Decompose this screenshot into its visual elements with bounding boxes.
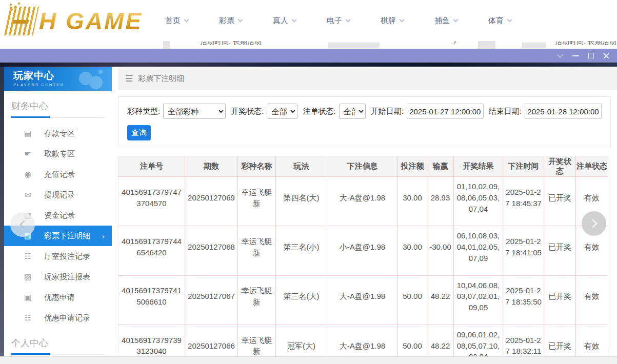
- query-button[interactable]: 查询: [127, 125, 151, 140]
- bet-status-select[interactable]: 全部: [339, 104, 366, 119]
- sidebar-item-hall-bet-records[interactable]: ☷厅室投注记录: [4, 246, 112, 267]
- sidebar-item-label: 充值记录: [44, 170, 75, 179]
- table-header-cell: 投注额: [398, 156, 427, 177]
- chevron-down-icon: [292, 17, 297, 22]
- nav-item-label: 棋牌: [381, 16, 396, 26]
- chevron-down-icon: [453, 17, 459, 22]
- window-left-edge: [0, 67, 4, 356]
- nav-item-slots[interactable]: 电子: [327, 16, 350, 26]
- table-cell: 20250127069: [185, 177, 238, 226]
- lottery-type-select[interactable]: 全部彩种: [163, 104, 226, 119]
- nav-item-live[interactable]: 真人: [273, 16, 296, 26]
- sidebar-section-title: 个人中心: [11, 337, 105, 349]
- minimize-icon: [572, 55, 579, 56]
- table-cell: 幸运飞艇新: [238, 325, 276, 356]
- nav-item-label: 捕鱼: [434, 16, 450, 26]
- draw-status-select[interactable]: 全部: [267, 104, 297, 119]
- end-date-label: 结束日期:: [489, 107, 522, 116]
- table-cell: 06,10,08,03,04,01,02,05,07,09: [454, 226, 503, 275]
- table-cell: 28.93: [427, 177, 454, 226]
- sidebar-item-label: 提现记录: [44, 190, 75, 200]
- sidebar-item-label: 优惠申请: [44, 293, 75, 302]
- nav-item-home[interactable]: 首页: [165, 16, 188, 26]
- sidebar-item-promo-application[interactable]: ▣优惠申请: [4, 287, 112, 308]
- table-cell: 401569173797446546420: [118, 226, 185, 275]
- sidebar-banner: 玩家中心 PLAYERS CENTER: [4, 67, 112, 91]
- sidebar-item-label: 取款专区: [44, 149, 75, 159]
- window-maximize-button[interactable]: [583, 50, 599, 62]
- sidebar-item-promo-application-records[interactable]: ☷优惠申请记录: [4, 308, 112, 328]
- table-cell: 401569173797473704570: [118, 177, 185, 226]
- obscured-widget: [478, 41, 495, 49]
- obscured-widget: [328, 43, 380, 48]
- hand-money-icon: ☛: [23, 149, 33, 158]
- carousel-next-button[interactable]: [582, 211, 606, 236]
- chevron-right-icon: [588, 219, 597, 228]
- table-cell: 48.22: [427, 325, 454, 356]
- draw-status-label: 开奖状态:: [231, 107, 264, 116]
- sidebar-item-withdrawal-records[interactable]: ✉提现记录: [4, 185, 112, 205]
- sidebar-item-recharge-records[interactable]: ◉充值记录: [4, 164, 112, 185]
- bank-card-icon: ▤: [23, 129, 33, 138]
- sidebar-item-player-bet-report[interactable]: ▨玩家投注报表: [4, 267, 112, 287]
- sidebar-item-label: 资金记录: [44, 211, 75, 220]
- chevron-down-icon: [238, 17, 243, 22]
- page-title: 彩票下注明细: [138, 74, 184, 84]
- promo-time-text: 活动时间: 长期活动: [555, 41, 616, 47]
- nav-item-label: 首页: [165, 16, 181, 26]
- table-cell: 2025-01-27 18:41:05: [503, 226, 544, 275]
- nav-item-fishing[interactable]: 捕鱼: [434, 16, 457, 26]
- sidebar-item-withdraw-zone[interactable]: ☛取款专区: [4, 144, 112, 164]
- table-cell: -30.00: [427, 226, 454, 275]
- table-cell: 2025-01-27 18:45:37: [503, 177, 544, 226]
- table-cell: 已开奖: [544, 177, 576, 226]
- table-cell: 已开奖: [544, 325, 576, 356]
- table-header-row: 注单号期数彩种名称玩法下注信息投注额输赢开奖结果下注时间开奖状态注单状态: [118, 156, 608, 177]
- start-date-label: 开始日期:: [371, 107, 404, 116]
- end-date-input[interactable]: [525, 104, 602, 119]
- table-header-cell: 下注信息: [327, 156, 398, 177]
- table-header-cell: 开奖状态: [544, 156, 576, 177]
- table-header-cell: 注单状态: [576, 156, 608, 177]
- horizontal-scrollbar[interactable]: [0, 356, 617, 364]
- list-icon: ☷: [23, 252, 33, 261]
- table-header-cell: 下注时间: [503, 156, 544, 177]
- table-cell: 已开奖: [544, 226, 576, 275]
- nav-item-label: 彩票: [219, 16, 234, 26]
- player-center-window: 玩家中心 PLAYERS CENTER 财务中心▤存款专区☛取款专区◉充值记录✉…: [0, 63, 617, 356]
- table-row: 40156917379739312304020250127066幸运飞艇新冠军(…: [118, 325, 608, 356]
- nav-item-chess[interactable]: 棋牌: [381, 16, 404, 26]
- window-top-edge: [0, 63, 617, 67]
- gamepad-icon: [76, 69, 107, 89]
- start-date-input[interactable]: [407, 104, 484, 119]
- hamburger-menu-icon[interactable]: ☰: [125, 73, 133, 84]
- carousel-prev-button[interactable]: [10, 212, 35, 237]
- table-cell: 2025-01-27 18:32:11: [503, 325, 544, 356]
- table-cell: 01,10,02,09,08,06,05,03,07,04: [454, 177, 503, 226]
- money-bag-icon: ◉: [23, 170, 33, 179]
- obscured-widget: [522, 43, 546, 48]
- sidebar-item-label: 优惠申请记录: [44, 313, 90, 323]
- breadcrumb: ☰ 彩票下注明细: [118, 67, 617, 90]
- sidebar-item-label: 厅室投注记录: [44, 252, 90, 261]
- table-cell: 401569173797393123040: [118, 325, 185, 356]
- player-center-sidebar: 玩家中心 PLAYERS CENTER 财务中心▤存款专区☛取款专区◉充值记录✉…: [4, 67, 112, 356]
- nav-item-lottery[interactable]: 彩票: [219, 16, 242, 26]
- hh-game-logo[interactable]: H GAME: [7, 5, 143, 37]
- sidebar-item-deposit-zone[interactable]: ▤存款专区: [4, 123, 112, 144]
- table-cell: 大-A盘@1.98: [327, 177, 398, 226]
- nav-item-label: 电子: [327, 16, 342, 26]
- window-collapse-button[interactable]: [552, 50, 568, 62]
- window-minimize-button[interactable]: [568, 50, 583, 62]
- table-cell: 50.00: [398, 325, 427, 356]
- table-cell: 30.00: [398, 177, 427, 226]
- nav-item-sports[interactable]: 体育: [488, 16, 511, 26]
- section-divider: [11, 117, 105, 118]
- sidebar-item-label: 存款专区: [44, 129, 75, 138]
- sidebar-item-label: 彩票下注明细: [44, 231, 90, 241]
- table-header-cell: 期数: [185, 156, 238, 177]
- window-close-button[interactable]: [599, 50, 614, 62]
- table-cell: 幸运飞艇新: [238, 177, 276, 226]
- table-header-cell: 开奖结果: [454, 156, 503, 177]
- report-icon: ▨: [23, 272, 33, 281]
